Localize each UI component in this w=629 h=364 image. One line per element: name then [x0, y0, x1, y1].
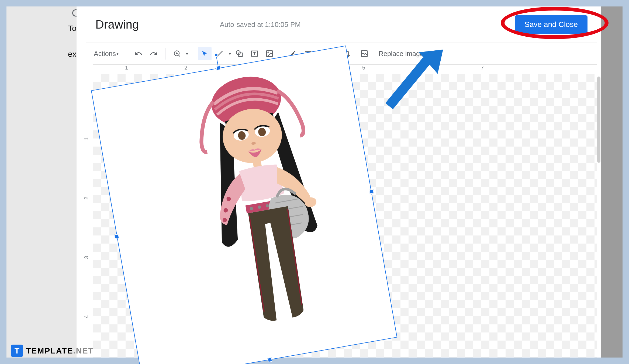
actions-menu[interactable]: Actions ▾: [91, 50, 122, 58]
drawing-canvas[interactable]: [93, 74, 597, 358]
vertical-scrollbar[interactable]: [597, 77, 600, 163]
zoom-button[interactable]: [170, 47, 184, 60]
autosave-status: Auto-saved at 1:10:05 PM: [220, 20, 301, 29]
watermark-text: TEMPLATE.NET: [26, 346, 94, 355]
svg-line-4: [217, 51, 223, 56]
text-box-tool[interactable]: [248, 47, 261, 60]
ruler-num: 3: [83, 256, 89, 259]
ruler-num: 1: [125, 65, 128, 71]
shape-tool[interactable]: [233, 47, 246, 60]
dialog-header: Drawing Auto-saved at 1:10:05 PM Save an…: [82, 6, 601, 43]
svg-point-9: [268, 52, 269, 53]
ruler-num: 5: [362, 65, 365, 71]
redo-button[interactable]: [147, 47, 160, 60]
chevron-down-icon[interactable]: ▾: [186, 51, 188, 56]
actions-label: Actions: [94, 50, 116, 58]
separator: [165, 48, 165, 60]
vertical-ruler: 1 2 3 4: [82, 74, 93, 358]
ruler-num: 6: [421, 65, 424, 71]
separator: [193, 48, 193, 60]
drawing-dialog: Drawing Auto-saved at 1:10:05 PM Save an…: [82, 6, 601, 358]
svg-line-1: [178, 55, 180, 56]
ruler-num: 7: [481, 65, 484, 71]
watermark: T TEMPLATE.NET: [11, 345, 94, 357]
resize-handle-left[interactable]: [114, 234, 119, 239]
ruler-num: 2: [83, 197, 89, 200]
select-tool[interactable]: [198, 47, 212, 60]
selected-image[interactable]: [91, 46, 397, 364]
dialog-title: Drawing: [95, 18, 139, 31]
cloud-icon: [72, 8, 77, 19]
ruler-num: 2: [184, 65, 187, 71]
save-button-label: Save and Close: [524, 20, 578, 29]
mask-image-button[interactable]: [355, 47, 374, 60]
svg-rect-6: [239, 53, 242, 57]
background-left-panel: Toc ext: [6, 6, 77, 358]
save-and-close-button[interactable]: Save and Close: [515, 15, 587, 34]
watermark-text-main: TEMPLATE: [26, 346, 73, 355]
background-right-panel: [601, 6, 623, 358]
resize-handle-top[interactable]: [216, 65, 221, 71]
app-frame: Toc ext Drawing Auto-saved at 1:10:05 PM…: [6, 6, 623, 358]
selection-outline: [91, 46, 397, 364]
chevron-down-icon: ▾: [116, 51, 119, 56]
watermark-text-suffix: .NET: [73, 346, 94, 355]
separator: [127, 48, 127, 60]
ruler-num: 1: [83, 137, 89, 140]
chevron-down-icon[interactable]: ▾: [229, 51, 231, 56]
ruler-num: 4: [83, 315, 89, 318]
resize-handle-bottom[interactable]: [267, 357, 272, 362]
watermark-icon: T: [11, 345, 23, 357]
bg-text-ext: ext: [68, 50, 77, 59]
bg-text-tools: Toc: [68, 24, 77, 33]
replace-image-button[interactable]: Replace image: [375, 50, 427, 58]
undo-button[interactable]: [132, 47, 145, 60]
resize-handle-right[interactable]: [369, 189, 374, 194]
replace-image-label: Replace image: [379, 50, 424, 58]
